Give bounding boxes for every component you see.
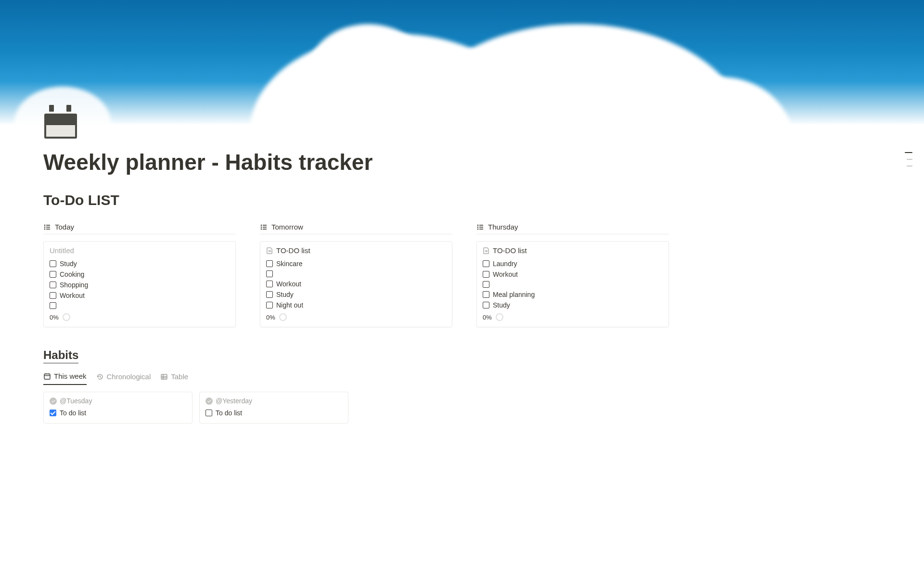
checkbox[interactable] bbox=[266, 291, 273, 298]
checkbox[interactable] bbox=[50, 302, 56, 309]
todo-item[interactable]: Workout bbox=[50, 290, 230, 301]
page-title[interactable]: Weekly planner - Habits tracker bbox=[43, 149, 669, 176]
page-icon bbox=[266, 247, 273, 254]
table-icon bbox=[160, 373, 168, 381]
progress: 0% bbox=[483, 313, 663, 321]
svg-point-16 bbox=[477, 228, 479, 230]
check-circle-icon bbox=[50, 397, 57, 405]
checkbox[interactable] bbox=[266, 302, 273, 308]
todo-item[interactable]: Laundry bbox=[483, 258, 663, 269]
checkbox[interactable] bbox=[483, 271, 489, 278]
checkbox[interactable] bbox=[483, 260, 489, 267]
todo-card[interactable]: Untitled Study Cooking Shopping Workout … bbox=[43, 241, 236, 327]
habit-card[interactable]: @Tuesday To do list bbox=[43, 392, 192, 423]
svg-rect-13 bbox=[479, 225, 483, 226]
tab-table[interactable]: Table bbox=[160, 372, 188, 385]
view-label: Today bbox=[55, 223, 74, 231]
todo-text: Cooking bbox=[60, 270, 84, 278]
view-thursday[interactable]: Thursday bbox=[476, 220, 669, 234]
progress: 0% bbox=[266, 313, 446, 321]
todo-text: Meal planning bbox=[493, 291, 535, 298]
svg-point-10 bbox=[261, 228, 262, 230]
checkbox[interactable] bbox=[50, 282, 56, 288]
habit-date: @Yesterday bbox=[205, 397, 342, 405]
todo-card[interactable]: TO-DO list Laundry Workout Meal planning… bbox=[476, 241, 669, 327]
checkbox[interactable] bbox=[266, 260, 273, 267]
tab-chronological[interactable]: Chronological bbox=[96, 372, 151, 385]
todo-item[interactable]: Meal planning bbox=[483, 289, 663, 300]
view-today[interactable]: Today bbox=[43, 220, 236, 234]
checkbox[interactable] bbox=[50, 292, 56, 299]
todo-item[interactable]: Study bbox=[483, 300, 663, 310]
view-label: Tomorrow bbox=[271, 223, 303, 231]
checkbox[interactable] bbox=[205, 410, 212, 416]
todo-columns: Today Untitled Study Cooking Shopping Wo… bbox=[43, 220, 669, 327]
svg-rect-18 bbox=[44, 374, 50, 379]
habit-item[interactable]: To do list bbox=[205, 408, 342, 418]
todo-item[interactable]: Workout bbox=[483, 269, 663, 280]
todo-text: Study bbox=[276, 291, 294, 298]
todo-text: Laundry bbox=[493, 260, 517, 268]
check-circle-icon bbox=[205, 397, 213, 405]
view-label: Thursday bbox=[488, 223, 518, 231]
svg-rect-11 bbox=[263, 229, 267, 230]
todo-item[interactable] bbox=[266, 269, 446, 279]
todo-text: Shopping bbox=[60, 281, 88, 289]
habit-item-label: To do list bbox=[60, 409, 86, 417]
todo-item[interactable] bbox=[483, 280, 663, 289]
checkbox[interactable] bbox=[266, 270, 273, 277]
list-icon bbox=[476, 223, 484, 231]
todo-item[interactable]: Skincare bbox=[266, 258, 446, 269]
todo-text: Night out bbox=[276, 301, 303, 309]
svg-rect-3 bbox=[46, 227, 50, 228]
habit-card[interactable]: @Yesterday To do list bbox=[199, 392, 348, 423]
todo-item[interactable]: Shopping bbox=[50, 280, 230, 290]
outline-toc[interactable] bbox=[905, 152, 912, 167]
todo-text: Workout bbox=[60, 292, 85, 299]
toc-item[interactable] bbox=[907, 159, 912, 160]
toc-item[interactable] bbox=[907, 166, 912, 167]
svg-rect-1 bbox=[46, 225, 50, 226]
checkbox[interactable] bbox=[483, 291, 489, 298]
list-icon bbox=[43, 223, 51, 231]
habits-tabs: This week Chronological Table bbox=[43, 372, 669, 385]
progress-ring-icon bbox=[279, 313, 287, 321]
todo-item[interactable]: Cooking bbox=[50, 269, 230, 280]
svg-point-4 bbox=[44, 228, 46, 230]
svg-rect-15 bbox=[479, 227, 483, 228]
progress: 0% bbox=[50, 313, 230, 321]
svg-point-0 bbox=[44, 224, 46, 226]
tab-this-week[interactable]: This week bbox=[43, 372, 87, 385]
toc-item[interactable] bbox=[905, 152, 912, 153]
todo-item[interactable]: Workout bbox=[266, 279, 446, 289]
page-cover bbox=[0, 0, 924, 125]
view-tomorrow[interactable]: Tomorrow bbox=[260, 220, 452, 234]
checkbox[interactable] bbox=[483, 281, 489, 288]
todo-item[interactable]: Study bbox=[266, 289, 446, 300]
todo-heading: To-Do LIST bbox=[43, 192, 669, 208]
habit-item[interactable]: To do list bbox=[50, 408, 186, 418]
checkbox[interactable] bbox=[483, 302, 489, 308]
checkbox[interactable] bbox=[50, 271, 56, 278]
checkbox[interactable] bbox=[50, 410, 56, 416]
svg-point-2 bbox=[44, 226, 46, 228]
calendar-icon[interactable] bbox=[44, 105, 77, 138]
todo-text: Skincare bbox=[276, 260, 302, 268]
todo-item[interactable] bbox=[50, 301, 230, 310]
todo-item[interactable]: Study bbox=[50, 258, 230, 269]
svg-rect-5 bbox=[46, 229, 50, 230]
checkbox[interactable] bbox=[266, 281, 273, 287]
card-title[interactable]: TO-DO list bbox=[483, 246, 663, 255]
todo-card[interactable]: TO-DO list Skincare Workout Study Night … bbox=[260, 241, 452, 327]
card-title[interactable]: TO-DO list bbox=[266, 246, 446, 255]
svg-point-6 bbox=[261, 224, 262, 226]
svg-rect-19 bbox=[161, 374, 167, 379]
card-title[interactable]: Untitled bbox=[50, 246, 230, 255]
history-icon bbox=[96, 373, 104, 381]
progress-ring-icon bbox=[496, 313, 503, 321]
habit-cards: @Tuesday To do list @Yesterday To do lis… bbox=[43, 392, 669, 423]
habits-heading[interactable]: Habits bbox=[43, 348, 78, 363]
svg-point-8 bbox=[261, 226, 262, 228]
todo-item[interactable]: Night out bbox=[266, 300, 446, 310]
checkbox[interactable] bbox=[50, 260, 56, 267]
